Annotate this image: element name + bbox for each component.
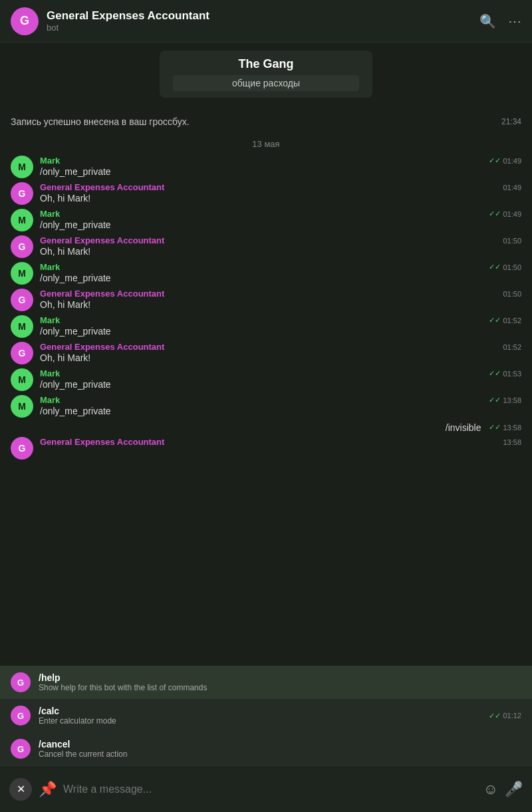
command-text: /cancel Cancel the current action xyxy=(39,739,521,759)
avatar: G xyxy=(11,289,33,311)
close-button[interactable]: ✕ xyxy=(9,778,32,801)
message-text: /only_me_private xyxy=(40,406,521,416)
message-row: M Mark ✓✓ 01:49 /only_me_private xyxy=(11,209,521,231)
message-time: ✓✓ 01:49 xyxy=(489,156,521,165)
message-time: ✓✓ 01:53 xyxy=(489,369,521,378)
group-name: The Gang xyxy=(173,57,359,71)
message-time: ✓✓ 01:49 xyxy=(489,209,521,218)
command-item-calc[interactable]: G /calc Enter calculator mode ✓✓ 01:12 xyxy=(0,699,532,732)
message-content: Mark ✓✓ 13:58 /only_me_private xyxy=(40,395,521,416)
message-input[interactable] xyxy=(63,783,477,795)
message-time: 01:52 xyxy=(503,343,521,351)
avatar: M xyxy=(11,315,33,338)
message-row: M Mark ✓✓ 13:58 /only_me_private xyxy=(11,395,521,418)
system-message: Запись успешно внесена в ваш гроссбух. 2… xyxy=(11,111,521,132)
sender-name: Mark xyxy=(40,209,60,219)
message-row: G General Expenses Accountant 01:50 Oh, … xyxy=(11,235,521,258)
avatar: M xyxy=(11,395,33,418)
group-card: The Gang общие расходы xyxy=(160,51,372,98)
message-text: /only_me_private xyxy=(40,379,521,390)
message-row: G General Expenses Accountant 01:49 Oh, … xyxy=(11,182,521,205)
header-subtitle: bot xyxy=(47,23,479,33)
message-content: Mark ✓✓ 01:53 /only_me_private xyxy=(40,368,521,390)
message-content: General Expenses Accountant 01:50 Oh, hi… xyxy=(40,235,521,257)
message-text: /only_me_private xyxy=(40,326,521,337)
chat-header: G General Expenses Accountant bot 🔍 ⋯ xyxy=(0,0,532,43)
avatar: M xyxy=(11,368,33,391)
message-content: Mark ✓✓ 01:50 /only_me_private xyxy=(40,262,521,283)
command-time: ✓✓ 01:12 xyxy=(489,712,521,720)
message-time: ✓✓ 13:58 xyxy=(489,396,521,404)
header-avatar: G xyxy=(11,7,39,35)
avatar: G xyxy=(11,342,33,364)
avatar: M xyxy=(11,156,33,178)
attach-icon[interactable]: 📌 xyxy=(39,781,57,798)
command-avatar: G xyxy=(11,706,31,726)
message-time: 13:58 xyxy=(503,438,521,446)
message-content: Mark ✓✓ 01:49 /only_me_private xyxy=(40,156,521,177)
date-separator: 13 мая xyxy=(11,139,521,149)
command-desc: Show help for this bot with the list of … xyxy=(39,683,521,692)
command-text: /help Show help for this bot with the li… xyxy=(39,672,521,692)
command-desc: Cancel the current action xyxy=(39,749,521,759)
message-text: Oh, hi Mark! xyxy=(40,193,521,203)
message-content: General Expenses Accountant 01:49 Oh, hi… xyxy=(40,182,521,203)
header-icons: 🔍 ⋯ xyxy=(479,13,521,29)
sender-name: General Expenses Accountant xyxy=(40,235,164,245)
system-message-text: Запись успешно внесена в ваш гроссбух. xyxy=(11,116,190,127)
avatar: M xyxy=(11,262,33,285)
avatar: G xyxy=(11,182,33,205)
sender-name: General Expenses Accountant xyxy=(40,182,164,192)
message-text: /invisible xyxy=(446,422,481,433)
more-icon[interactable]: ⋯ xyxy=(508,13,521,29)
message-text: /only_me_private xyxy=(40,273,521,283)
sender-name: General Expenses Accountant xyxy=(40,342,164,352)
sender-name: General Expenses Accountant xyxy=(40,437,164,447)
avatar: G xyxy=(11,235,33,258)
command-name: /cancel xyxy=(39,739,521,749)
message-time: ✓✓ 13:58 xyxy=(489,423,521,432)
command-name: /help xyxy=(39,672,521,683)
command-item-help[interactable]: G /help Show help for this bot with the … xyxy=(0,666,532,699)
message-content: Mark ✓✓ 01:52 /only_me_private xyxy=(40,315,521,337)
message-text: Oh, hi Mark! xyxy=(40,299,521,310)
command-item-cancel[interactable]: G /cancel Cancel the current action xyxy=(0,732,532,765)
command-avatar: G xyxy=(11,672,31,692)
message-content: General Expenses Accountant 01:50 Oh, hi… xyxy=(40,289,521,310)
avatar: G xyxy=(11,437,33,460)
command-dropdown: G /help Show help for this bot with the … xyxy=(0,666,532,765)
command-name: /calc xyxy=(39,706,481,716)
message-row: G General Expenses Accountant 01:52 Oh, … xyxy=(11,342,521,364)
command-avatar: G xyxy=(11,739,31,759)
message-time: ✓✓ 01:52 xyxy=(489,316,521,325)
sender-name: Mark xyxy=(40,262,60,272)
sender-name: Mark xyxy=(40,368,60,378)
sender-name: General Expenses Accountant xyxy=(40,289,164,299)
message-row: G General Expenses Accountant 01:50 Oh, … xyxy=(11,289,521,311)
search-icon[interactable]: 🔍 xyxy=(479,13,496,29)
mic-icon[interactable]: 🎤 xyxy=(505,781,523,798)
message-row: M Mark ✓✓ 01:49 /only_me_private xyxy=(11,156,521,178)
message-content: /invisible ✓✓ 13:58 xyxy=(446,422,521,433)
avatar: M xyxy=(11,209,33,231)
sender-name: Mark xyxy=(40,315,60,325)
message-row: M Mark ✓✓ 01:53 /only_me_private xyxy=(11,368,521,391)
chat-area: The Gang общие расходы Запись успешно вн… xyxy=(0,43,532,765)
emoji-icon[interactable]: ☺ xyxy=(483,781,498,798)
message-time: 01:50 xyxy=(503,290,521,298)
header-info: General Expenses Accountant bot xyxy=(47,9,479,33)
message-text: Oh, hi Mark! xyxy=(40,246,521,257)
system-message-time: 21:34 xyxy=(501,117,521,126)
header-title: General Expenses Accountant xyxy=(47,9,479,23)
message-row: M Mark ✓✓ 01:50 /only_me_private xyxy=(11,262,521,285)
message-content: General Expenses Accountant 01:52 Oh, hi… xyxy=(40,342,521,363)
group-subname: общие расходы xyxy=(173,75,359,91)
message-time: ✓✓ 01:50 xyxy=(489,263,521,271)
message-time: 01:49 xyxy=(503,184,521,192)
bottom-bar: ✕ 📌 ☺ 🎤 xyxy=(0,765,532,812)
message-time: 01:50 xyxy=(503,237,521,245)
message-row: G General Expenses Accountant 13:58 xyxy=(11,437,521,460)
sender-name: Mark xyxy=(40,395,60,405)
message-text: /only_me_private xyxy=(40,219,521,230)
sender-name: Mark xyxy=(40,156,60,166)
